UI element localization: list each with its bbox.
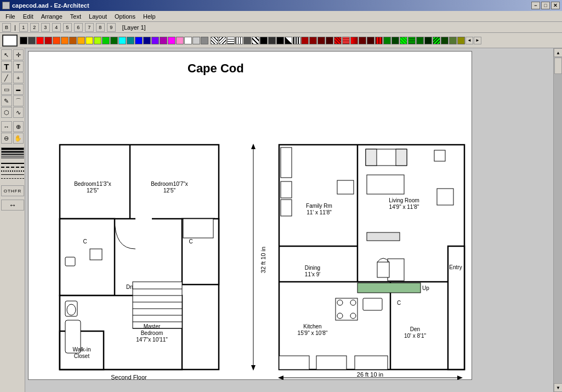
pattern-17[interactable] — [342, 37, 350, 44]
swatch-purple[interactable] — [160, 37, 167, 44]
pattern-scroll-right[interactable]: ► — [474, 37, 481, 44]
line-style-1[interactable] — [1, 163, 24, 166]
toolbar-btn-6[interactable]: 6 — [74, 23, 83, 32]
menu-edit[interactable]: Edit — [20, 12, 37, 21]
toolbar-btn-1[interactable]: 1 — [19, 23, 28, 32]
toolbar-btn-7[interactable]: 7 — [85, 23, 94, 32]
pattern-3[interactable] — [227, 37, 235, 44]
swatch-lime[interactable] — [94, 37, 101, 44]
tool-measure[interactable]: ↔ — [1, 121, 12, 132]
swatch-dark-gray[interactable] — [28, 37, 36, 44]
swatch-black[interactable] — [20, 37, 27, 44]
other-tools-label[interactable]: OTHFR — [1, 185, 24, 196]
pattern-18[interactable] — [350, 37, 358, 44]
swatch-orange-red[interactable] — [53, 37, 60, 44]
pattern-19[interactable] — [359, 37, 366, 44]
swatch-lt-gray[interactable] — [192, 37, 200, 44]
close-button[interactable]: ✕ — [551, 2, 560, 9]
tool-text-small[interactable]: T — [13, 61, 24, 72]
pattern-26[interactable] — [416, 37, 424, 44]
swatch-yellow-orange[interactable] — [77, 37, 85, 44]
pattern-20[interactable] — [367, 37, 374, 44]
swatch-dark-blue[interactable] — [143, 37, 151, 44]
swatch-yellow[interactable] — [86, 37, 93, 44]
tool-move[interactable]: ✛ — [13, 49, 24, 60]
pattern-30[interactable] — [449, 37, 457, 44]
pattern-21[interactable] — [375, 37, 383, 44]
wall-thick-4[interactable] — [1, 156, 24, 157]
pattern-scroll-left[interactable]: ◄ — [466, 37, 473, 44]
tool-zoom-out[interactable]: ⊖ — [1, 133, 12, 144]
swatch-orange[interactable] — [61, 37, 69, 44]
pattern-1[interactable] — [211, 37, 218, 44]
pattern-31[interactable] — [457, 37, 465, 44]
scroll-thumb[interactable] — [554, 58, 562, 74]
line-style-2[interactable] — [1, 167, 24, 170]
maximize-button[interactable]: □ — [541, 2, 550, 9]
pattern-25[interactable] — [408, 37, 416, 44]
minimize-button[interactable]: − — [531, 2, 540, 9]
pattern-4[interactable] — [235, 37, 243, 44]
swatch-dark-orange[interactable] — [69, 37, 77, 44]
tool-cross[interactable]: + — [13, 72, 24, 83]
menu-file[interactable]: File — [2, 12, 19, 21]
wall-thick-5[interactable] — [1, 157, 24, 158]
pattern-23[interactable] — [391, 37, 399, 44]
resize-tool[interactable]: ↔ — [1, 200, 24, 211]
pattern-7[interactable] — [260, 37, 268, 44]
line-style-3[interactable] — [1, 171, 24, 174]
swatch-dark-green[interactable] — [110, 37, 118, 44]
menu-layout[interactable]: Layout — [86, 12, 110, 21]
canvas-area[interactable]: Cape Cod C — [25, 48, 553, 392]
tool-curve[interactable]: ∿ — [13, 107, 24, 118]
wall-thick-3[interactable] — [1, 154, 24, 155]
pattern-16[interactable] — [334, 37, 342, 44]
menu-text[interactable]: Text — [67, 12, 84, 21]
tool-select[interactable]: ↖ — [1, 49, 12, 60]
pattern-27[interactable] — [424, 37, 432, 44]
swatch-dark-red[interactable] — [44, 37, 52, 44]
tool-text-large[interactable]: T — [1, 61, 12, 72]
swatch-magenta[interactable] — [168, 37, 175, 44]
swatch-cyan[interactable] — [118, 37, 126, 44]
line-style-5[interactable] — [1, 178, 24, 181]
swatch-white[interactable] — [184, 37, 192, 44]
toolbar-btn-4[interactable]: 4 — [52, 23, 61, 32]
scroll-track[interactable] — [554, 57, 562, 383]
pattern-12[interactable] — [301, 37, 309, 44]
swatch-green[interactable] — [102, 37, 110, 44]
menu-help[interactable]: Help — [140, 12, 159, 21]
tool-rect[interactable]: ▭ — [1, 84, 12, 95]
menu-arrange[interactable]: Arrange — [38, 12, 66, 21]
pattern-5[interactable] — [243, 37, 251, 44]
tool-line[interactable]: ╱ — [1, 72, 12, 83]
line-style-4[interactable] — [1, 174, 24, 178]
pattern-9[interactable] — [276, 37, 284, 44]
swatch-gray[interactable] — [201, 37, 208, 44]
tool-arc[interactable]: ⌒ — [13, 95, 24, 106]
pattern-14[interactable] — [317, 37, 325, 44]
menu-options[interactable]: Options — [111, 12, 139, 21]
wall-thick-1[interactable] — [1, 147, 24, 150]
pattern-10[interactable] — [285, 37, 292, 44]
swatch-pink[interactable] — [176, 37, 184, 44]
current-color[interactable] — [2, 35, 18, 47]
tool-pencil[interactable]: ✎ — [1, 95, 12, 106]
toolbar-btn-5[interactable]: 5 — [63, 23, 72, 32]
pattern-29[interactable] — [441, 37, 449, 44]
toolbar-btn-3[interactable]: 3 — [41, 23, 50, 32]
pattern-13[interactable] — [309, 37, 317, 44]
tool-zoom[interactable]: ⊕ — [13, 121, 24, 132]
toolbar-btn-B[interactable]: B — [2, 23, 11, 32]
tool-rect2[interactable]: ▬ — [13, 84, 24, 95]
swatch-teal[interactable] — [127, 37, 134, 44]
pattern-24[interactable] — [400, 37, 407, 44]
swatch-violet[interactable] — [151, 37, 159, 44]
tool-poly[interactable]: ⬡ — [1, 107, 12, 118]
wall-thick-2[interactable] — [1, 151, 24, 153]
pattern-11[interactable] — [293, 37, 300, 44]
toolbar-btn-2[interactable]: 2 — [30, 23, 39, 32]
pattern-28[interactable] — [433, 37, 440, 44]
swatch-blue[interactable] — [135, 37, 143, 44]
toolbar-btn-9[interactable]: 9 — [107, 23, 116, 32]
